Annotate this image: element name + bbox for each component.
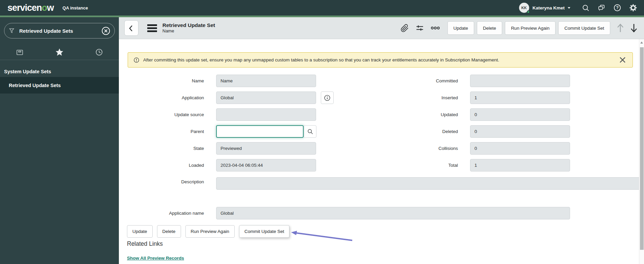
collisions-label: Collisions xyxy=(373,142,458,155)
sidebar-item-retrieved-update-sets[interactable]: Retrieved Update Sets xyxy=(0,77,119,94)
application-name-label: Application name xyxy=(119,207,204,219)
scrollbar-up-arrow-icon[interactable] xyxy=(640,42,643,44)
parent-label: Parent xyxy=(119,125,204,138)
application-info-button[interactable] xyxy=(321,91,334,104)
chat-icon[interactable] xyxy=(597,4,606,12)
banner-message: After committing this update set, ensure… xyxy=(143,57,619,62)
collisions-field[interactable] xyxy=(470,142,570,155)
run-preview-again-button-footer[interactable]: Run Preview Again xyxy=(185,225,235,238)
avatar[interactable]: KK xyxy=(519,3,529,13)
vertical-scrollbar[interactable] xyxy=(639,39,644,264)
attachment-paperclip-icon[interactable] xyxy=(401,24,409,32)
svg-text:?: ? xyxy=(616,5,619,10)
navigator-tabs xyxy=(0,45,119,60)
name-label: Name xyxy=(119,75,204,87)
previous-record-arrow-icon[interactable] xyxy=(616,23,625,33)
state-field[interactable] xyxy=(216,142,316,155)
form-title-block: Retrieved Update Set Name xyxy=(162,22,215,34)
logo-accent-o: o xyxy=(42,3,47,13)
name-field[interactable] xyxy=(216,75,316,87)
all-applications-tab[interactable] xyxy=(10,45,30,60)
application-label: Application xyxy=(119,91,204,104)
chevron-down-icon xyxy=(568,7,570,9)
presence-dot xyxy=(527,10,530,14)
next-record-arrow-icon[interactable] xyxy=(629,23,639,33)
user-name: Kateryna Kmet xyxy=(533,5,565,10)
inserted-label: Inserted xyxy=(373,91,458,104)
total-label: Total xyxy=(373,159,458,171)
subscription-warning-banner: After committing this update set, ensure… xyxy=(128,52,633,68)
committed-field[interactable] xyxy=(470,75,570,87)
deleted-label: Deleted xyxy=(373,125,458,138)
form-subtitle: Name xyxy=(162,28,215,34)
user-menu[interactable]: KK Kateryna Kmet xyxy=(519,3,570,13)
updated-field[interactable] xyxy=(470,108,570,121)
show-all-preview-records-link[interactable]: Show All Preview Records xyxy=(127,256,184,261)
loaded-label: Loaded xyxy=(119,159,204,171)
scrollbar-thumb[interactable] xyxy=(640,47,644,250)
favorites-star-icon[interactable] xyxy=(49,45,70,60)
application-field[interactable] xyxy=(216,91,316,104)
commit-update-set-button-footer[interactable]: Commit Update Set xyxy=(239,225,290,238)
form-content: After committing this update set, ensure… xyxy=(119,39,644,264)
delete-button[interactable]: Delete xyxy=(477,21,502,35)
personalize-sliders-icon[interactable] xyxy=(415,24,424,32)
form-footer-buttons: Update Delete Run Preview Again Commit U… xyxy=(127,225,289,238)
application-navigator-sidebar: System Update Sets Retrieved Update Sets xyxy=(0,17,119,264)
parent-reference-input[interactable] xyxy=(216,125,304,138)
committed-label: Committed xyxy=(373,75,458,87)
gear-icon[interactable] xyxy=(629,4,637,12)
close-icon[interactable] xyxy=(619,56,626,63)
back-button[interactable] xyxy=(124,20,138,36)
history-clock-icon[interactable] xyxy=(89,45,109,60)
more-options-icon[interactable] xyxy=(431,24,440,32)
top-header: servicenow QA instance KK Kateryna Kmet … xyxy=(0,0,644,16)
total-field[interactable] xyxy=(470,159,570,171)
form-title: Retrieved Update Set xyxy=(162,22,215,28)
search-icon[interactable] xyxy=(582,4,590,12)
form-header: Retrieved Update Set Name Update Delete … xyxy=(119,17,644,39)
update-button[interactable]: Update xyxy=(447,21,474,35)
servicenow-logo[interactable]: servicenow xyxy=(7,3,54,12)
help-icon[interactable]: ? xyxy=(613,4,621,12)
updated-label: Updated xyxy=(373,108,458,121)
run-preview-again-button[interactable]: Run Preview Again xyxy=(505,21,556,35)
filter-funnel-icon xyxy=(8,27,15,34)
annotation-arrow xyxy=(289,230,357,245)
loaded-field[interactable] xyxy=(216,159,316,171)
form-context-menu-icon[interactable] xyxy=(147,24,157,32)
commit-update-set-button[interactable]: Commit Update Set xyxy=(558,21,610,35)
clear-filter-icon[interactable] xyxy=(101,26,110,35)
avatar-initials: KK xyxy=(521,6,527,10)
update-button-footer[interactable]: Update xyxy=(127,225,153,238)
application-name-field[interactable] xyxy=(216,207,570,219)
related-links-heading: Related Links xyxy=(127,240,163,247)
instance-label: QA instance xyxy=(62,5,88,10)
parent-lookup-icon[interactable] xyxy=(304,125,316,138)
inserted-field[interactable] xyxy=(470,91,570,104)
navigator-filter-box[interactable] xyxy=(4,23,115,38)
update-source-field[interactable] xyxy=(216,108,316,121)
description-field[interactable] xyxy=(216,177,644,190)
delete-button-footer[interactable]: Delete xyxy=(157,225,181,238)
warning-icon xyxy=(133,57,140,63)
description-label: Description xyxy=(119,179,204,184)
state-label: State xyxy=(119,142,204,155)
update-source-label: Update source xyxy=(119,108,204,121)
deleted-field[interactable] xyxy=(470,125,570,138)
logo-text: servicen xyxy=(7,3,42,13)
logo-text-end: w xyxy=(47,3,54,13)
navigator-filter-input[interactable] xyxy=(19,28,101,34)
